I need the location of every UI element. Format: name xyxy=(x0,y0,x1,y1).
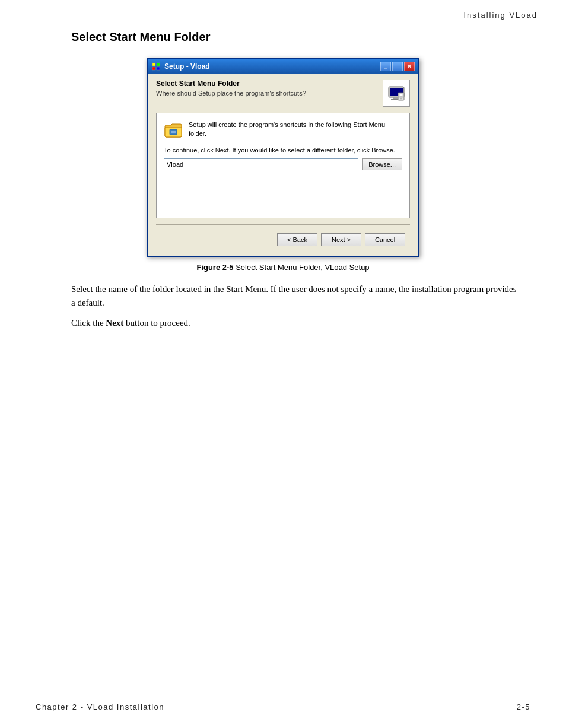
footer-right: 2-5 xyxy=(517,702,530,711)
svg-rect-12 xyxy=(171,131,176,133)
svg-point-10 xyxy=(400,97,402,99)
section-heading: Select Start Menu Folder xyxy=(71,30,566,44)
maximize-button[interactable]: □ xyxy=(392,62,403,71)
svg-rect-2 xyxy=(152,67,155,70)
continue-text: To continue, click Next. If you would li… xyxy=(164,147,402,154)
folder-input-row: Browse... xyxy=(164,158,402,170)
figure-caption: Figure 2-5 Select Start Menu Folder, VLo… xyxy=(196,263,369,272)
titlebar-left: Setup - Vload xyxy=(151,62,210,71)
dialog-header-text: Select Start Menu Folder Where should Se… xyxy=(156,80,306,97)
folder-icon xyxy=(164,122,183,141)
dialog-title-text: Setup - Vload xyxy=(164,62,210,71)
next-button[interactable]: Next > xyxy=(321,233,361,246)
para2-suffix: button to proceed. xyxy=(123,318,190,328)
figure-container: Setup - Vload _ □ ✕ Select Start Menu Fo… xyxy=(0,58,566,272)
page-header: Installing VLoad xyxy=(0,0,566,20)
cancel-button[interactable]: Cancel xyxy=(365,233,405,246)
dialog-titlebar: Setup - Vload _ □ ✕ xyxy=(148,59,418,74)
setup-dialog: Setup - Vload _ □ ✕ Select Start Menu Fo… xyxy=(147,58,419,257)
svg-rect-9 xyxy=(399,94,403,96)
svg-rect-3 xyxy=(157,67,160,70)
minimize-button[interactable]: _ xyxy=(380,62,391,71)
folder-input[interactable] xyxy=(164,158,358,170)
page-footer: Chapter 2 - VLoad Installation 2-5 xyxy=(0,702,566,711)
inner-description: Setup will create the program's shortcut… xyxy=(189,120,402,139)
dialog-header-title: Select Start Menu Folder xyxy=(156,80,306,88)
dialog-title-icon xyxy=(151,62,161,71)
dialog-header-section: Select Start Menu Folder Where should Se… xyxy=(156,80,410,107)
inner-top: Setup will create the program's shortcut… xyxy=(164,120,402,141)
body-text: Select the name of the folder located in… xyxy=(71,282,519,330)
setup-icon xyxy=(383,80,410,107)
figure-label: Figure 2-5 xyxy=(196,263,233,272)
dialog-content: Select Start Menu Folder Where should Se… xyxy=(148,74,418,256)
browse-button[interactable]: Browse... xyxy=(362,158,402,170)
dialog-inner-box: Setup will create the program's shortcut… xyxy=(156,113,410,218)
svg-rect-1 xyxy=(157,63,160,66)
back-button[interactable]: < Back xyxy=(277,233,317,246)
svg-rect-0 xyxy=(152,63,155,66)
close-button[interactable]: ✕ xyxy=(404,62,415,71)
body-paragraph-1: Select the name of the folder located in… xyxy=(71,282,519,310)
titlebar-buttons: _ □ ✕ xyxy=(380,62,415,71)
footer-left: Chapter 2 - VLoad Installation xyxy=(36,702,164,711)
para2-prefix: Click the xyxy=(71,318,106,328)
para2-bold: Next xyxy=(106,318,123,328)
dialog-divider xyxy=(156,224,410,225)
body-paragraph-2: Click the Next button to proceed. xyxy=(71,316,519,330)
dialog-header-subtitle: Where should Setup place the program's s… xyxy=(156,90,306,97)
dialog-footer: < Back Next > Cancel xyxy=(156,230,410,250)
figure-caption-text: Select Start Menu Folder, VLoad Setup xyxy=(234,263,370,272)
